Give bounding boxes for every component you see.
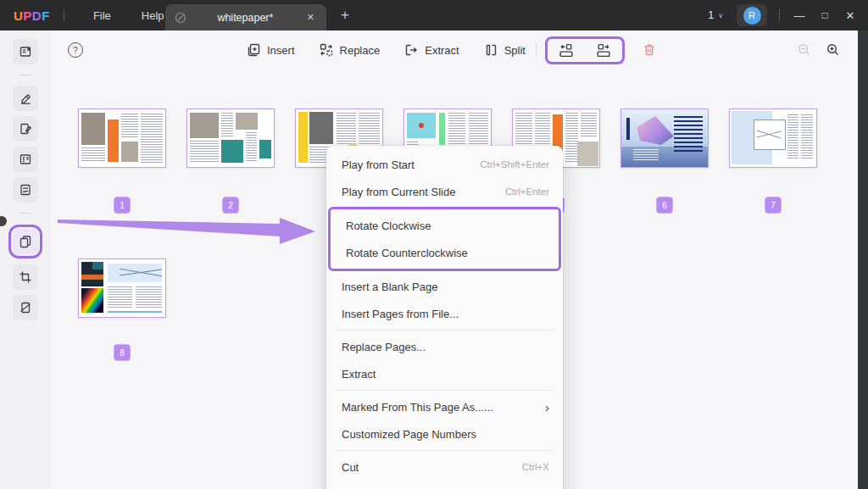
sidebar-item-reader[interactable]: [13, 39, 38, 64]
forms-icon: [19, 153, 32, 166]
menu-item-insert-pages-from-file[interactable]: Insert Pages from File...: [326, 300, 563, 327]
shortcut-label: Ctrl+Enter: [505, 186, 549, 197]
menu-item-extract[interactable]: Extract: [326, 360, 563, 387]
extract-icon: [403, 42, 419, 58]
page-number-badge: 6: [656, 197, 673, 214]
page-thumbnail-6[interactable]: [620, 108, 709, 168]
menu-item-rotate-clockwise[interactable]: Rotate Clockwise: [331, 212, 559, 239]
page-context-menu: Play from Start Ctrl+Shift+Enter Play fr…: [326, 146, 563, 489]
sidebar-item-comment[interactable]: [13, 86, 38, 111]
page-thumbnail-7[interactable]: [729, 108, 817, 168]
menu-item-marked-from-this-page-as[interactable]: Marked From This Page As...... ›: [326, 393, 563, 420]
avatar: R: [743, 7, 761, 25]
rotate-buttons-highlight: [545, 36, 625, 64]
new-tab-button[interactable]: +: [336, 5, 354, 25]
page-thumbnail-1[interactable]: [78, 108, 166, 168]
page-thumbnail-2[interactable]: [186, 108, 275, 168]
menu-item-copy[interactable]: Copy Ctrl+C: [326, 481, 563, 489]
ocr-icon: [19, 301, 32, 314]
sidebar-item-edit[interactable]: [13, 116, 38, 142]
extract-button[interactable]: Extract: [402, 39, 460, 61]
tab-close-icon[interactable]: ✕: [303, 10, 318, 25]
submenu-arrow-icon: ›: [545, 401, 549, 414]
right-edge-panel: [858, 31, 868, 489]
page-art: [79, 259, 165, 317]
updf-logo: UPDF: [14, 8, 50, 23]
reader-icon: [19, 45, 32, 58]
sidebar-divider: [19, 75, 31, 75]
zoom-in-icon[interactable]: [826, 42, 841, 58]
menu-item-play-from-current-slide[interactable]: Play from Current Slide Ctrl+Enter: [326, 178, 563, 205]
menu-item-play-from-start[interactable]: Play from Start Ctrl+Shift+Enter: [326, 151, 563, 178]
page-art: [79, 109, 165, 167]
rotate-counterclockwise-icon[interactable]: [558, 42, 575, 58]
replace-icon: [319, 42, 334, 58]
close-button[interactable]: ✕: [837, 0, 863, 31]
page-art: [621, 109, 708, 167]
menu-item-customized-page-numbers[interactable]: Customized Page Numbers: [326, 420, 563, 447]
maximize-button[interactable]: □: [812, 0, 837, 31]
sidebar-divider: [19, 213, 31, 214]
page-number-badge: 1: [114, 197, 131, 214]
menu-item-replace-pages[interactable]: Replace Pages...: [326, 333, 563, 360]
titlebar: UPDF File Help whitepaper* ✕ + 1 ∨ R — □…: [0, 0, 868, 31]
chevron-down-icon: ∨: [718, 12, 723, 19]
sidebar-item-forms[interactable]: [13, 147, 38, 172]
page-art: [730, 109, 816, 167]
sidebar-item-organize-pages[interactable]: [13, 229, 38, 254]
rotate-items-highlight: Rotate Clockwise Rotate Counterclockwise: [328, 207, 561, 271]
trash-icon: [642, 42, 657, 58]
page-thumbnail-8[interactable]: [78, 258, 166, 318]
split-button[interactable]: Split: [481, 39, 527, 61]
menu-file[interactable]: File: [78, 9, 126, 22]
account-button[interactable]: R: [737, 4, 767, 26]
sidebar-item-crop[interactable]: [13, 264, 38, 290]
page-number-badge: 2: [222, 197, 239, 214]
split-icon: [483, 42, 498, 58]
insert-icon: [246, 42, 261, 58]
page-number-badge: 7: [765, 197, 782, 214]
titlebar-divider: [64, 9, 64, 21]
zoom-out-icon[interactable]: [797, 42, 812, 58]
tool-sidebar: [0, 31, 51, 489]
menu-separator: [335, 330, 554, 331]
minimize-button[interactable]: —: [787, 0, 812, 31]
document-tab[interactable]: whitepaper* ✕: [165, 4, 326, 31]
help-icon[interactable]: ?: [68, 42, 83, 58]
rotate-clockwise-icon[interactable]: [595, 42, 612, 58]
shortcut-label: Ctrl+X: [522, 462, 549, 472]
page-count-dropdown[interactable]: 1 ∨: [699, 9, 732, 21]
replace-button[interactable]: Replace: [317, 39, 382, 61]
titlebar-divider: [779, 9, 780, 21]
tab-title: whitepaper*: [187, 12, 303, 24]
menu-separator: [335, 450, 554, 451]
menu-item-rotate-counterclockwise[interactable]: Rotate Counterclockwise: [331, 239, 559, 266]
menu-separator: [335, 390, 554, 391]
menu-item-cut[interactable]: Cut Ctrl+X: [326, 453, 563, 481]
sidebar-item-ocr[interactable]: [13, 295, 38, 320]
document-icon: [174, 11, 187, 25]
menu-item-insert-blank-page[interactable]: Insert a Blank Page: [326, 273, 563, 300]
page-art: [187, 109, 274, 167]
delete-page-button[interactable]: [642, 42, 657, 58]
highlighter-icon: [19, 92, 32, 105]
page-number-badge: 8: [114, 344, 131, 361]
toolbar-divider: [536, 42, 537, 58]
shortcut-label: Ctrl+Shift+Enter: [480, 159, 549, 169]
organize-toolbar: ? Insert Replace: [51, 31, 858, 69]
sidebar-item-sign[interactable]: [13, 177, 38, 203]
organize-pages-icon: [19, 235, 32, 248]
insert-button[interactable]: Insert: [244, 39, 297, 61]
crop-icon: [19, 270, 32, 284]
edit-page-icon: [19, 122, 32, 136]
signature-icon: [19, 183, 32, 197]
